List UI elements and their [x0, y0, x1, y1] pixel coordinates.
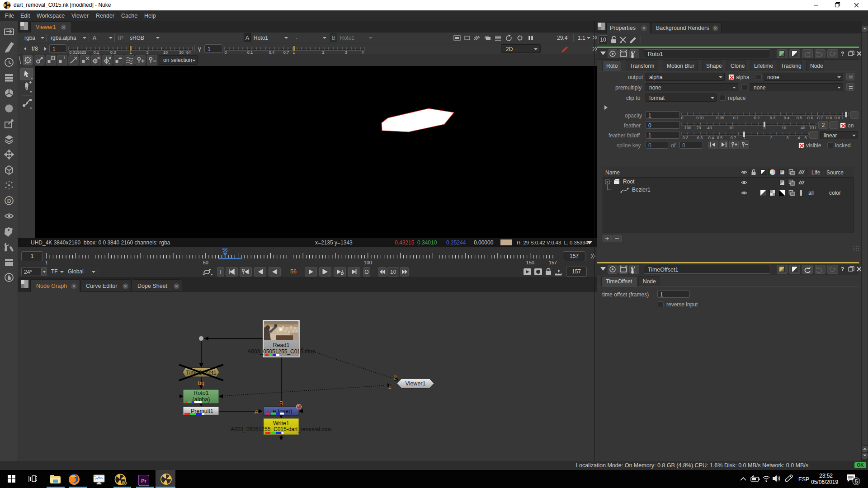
svg-text:1: 1 — [45, 260, 48, 265]
svg-text:Read1: Read1 — [273, 342, 290, 348]
svg-text:-10: -10 — [727, 126, 733, 130]
svg-text:0.3: 0.3 — [770, 116, 776, 120]
svg-text:0.6: 0.6 — [807, 116, 813, 120]
svg-text:0.7: 0.7 — [817, 116, 823, 120]
svg-text:-40: -40 — [706, 126, 712, 130]
svg-text:56: 56 — [222, 247, 228, 253]
svg-text:0.1: 0.1 — [94, 50, 99, 55]
svg-text:0.2: 0.2 — [683, 136, 689, 140]
svg-text:100: 100 — [812, 126, 816, 130]
svg-text:40: 40 — [801, 126, 805, 130]
svg-text:0.4: 0.4 — [708, 136, 714, 140]
svg-text:0.015625: 0.015625 — [69, 50, 86, 55]
svg-text:5: 5 — [855, 479, 858, 485]
svg-text:0.9: 0.9 — [835, 116, 840, 120]
svg-text:Pr: Pr — [141, 478, 146, 483]
svg-text:Roto1: Roto1 — [193, 390, 208, 396]
svg-text:3: 3 — [786, 136, 788, 140]
svg-text:100: 100 — [364, 260, 372, 265]
svg-text:Root: Root — [623, 178, 635, 185]
svg-text:0.01: 0.01 — [696, 116, 704, 120]
svg-text:10: 10 — [782, 126, 786, 130]
svg-text:0.7: 0.7 — [731, 136, 736, 140]
svg-text:0.5: 0.5 — [717, 136, 723, 140]
svg-text:0: 0 — [681, 116, 683, 120]
svg-text:30: 30 — [179, 50, 184, 55]
svg-text:1: 1 — [388, 383, 391, 390]
svg-text:3: 3 — [146, 50, 148, 55]
svg-text:0.3: 0.3 — [697, 136, 703, 140]
svg-text:0.5: 0.5 — [797, 116, 802, 120]
svg-text:4: 4 — [797, 136, 800, 140]
svg-text:all: all — [808, 190, 814, 196]
svg-text:0.4: 0.4 — [784, 116, 790, 120]
svg-text:B: B — [279, 400, 283, 407]
svg-text:64: 64 — [186, 50, 191, 55]
svg-text:A: A — [255, 408, 259, 415]
svg-text:D: D — [7, 198, 11, 204]
svg-text:Bezier1: Bezier1 — [632, 187, 651, 193]
svg-text:Viewer1: Viewer1 — [406, 380, 426, 387]
svg-text:bg: bg — [198, 380, 204, 386]
svg-text:0.05: 0.05 — [716, 116, 724, 120]
svg-text:-70: -70 — [695, 126, 701, 130]
svg-text:3: 3 — [344, 50, 347, 55]
svg-text:1: 1 — [841, 116, 844, 120]
svg-text:0.8: 0.8 — [826, 116, 832, 120]
svg-text:0.3: 0.3 — [110, 50, 116, 55]
svg-text:2: 2 — [322, 50, 324, 55]
svg-text:O: O — [364, 269, 368, 275]
svg-text:10: 10 — [163, 50, 168, 55]
svg-text:0.4: 0.4 — [269, 50, 275, 55]
svg-text:0.7: 0.7 — [283, 50, 289, 55]
svg-text:2: 2 — [770, 136, 772, 140]
svg-text:0.1: 0.1 — [247, 50, 253, 55]
svg-text:-100: -100 — [683, 126, 691, 130]
svg-text:A003_05051255_C015-dart_remova: A003_05051255_C015-dart_removal.mov — [231, 426, 331, 432]
svg-text:1: 1 — [63, 56, 66, 60]
svg-text:Write1: Write1 — [273, 420, 289, 427]
svg-text:2: 2 — [393, 374, 396, 381]
svg-text:0: 0 — [224, 50, 226, 55]
svg-text:A003_05051255_C015.mov: A003_05051255_C015.mov — [247, 348, 315, 355]
svg-text:50: 50 — [203, 260, 208, 265]
svg-text:150: 150 — [526, 260, 534, 265]
svg-text:5: 5 — [804, 136, 807, 140]
svg-text:157: 157 — [549, 260, 557, 265]
svg-text:0.2: 0.2 — [754, 116, 760, 120]
svg-text:0.1: 0.1 — [733, 116, 739, 120]
svg-text:I: I — [220, 269, 221, 275]
svg-text:color: color — [829, 190, 841, 196]
svg-text:4: 4 — [361, 50, 363, 55]
